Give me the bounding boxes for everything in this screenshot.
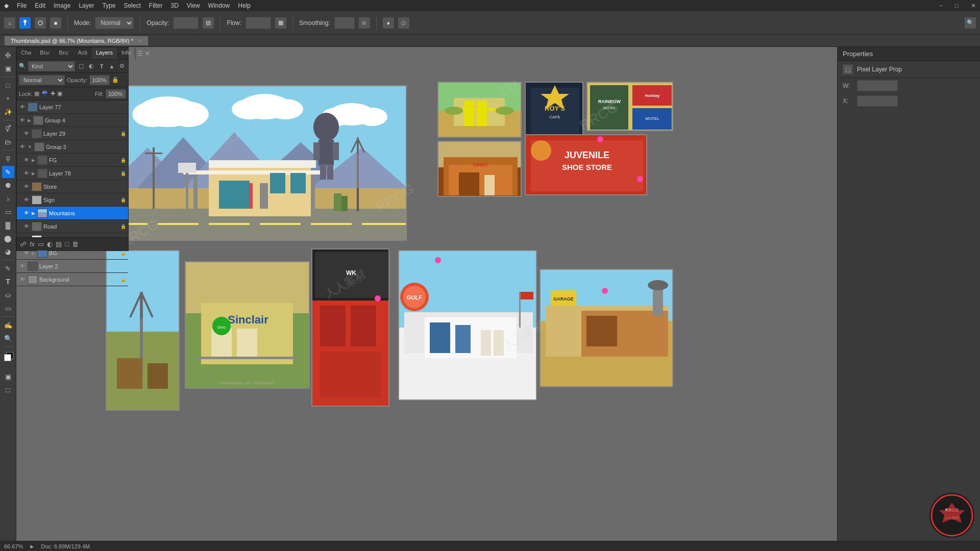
type-tool[interactable]: T (2, 276, 14, 288)
smoothing-input[interactable]: 0% (334, 17, 355, 29)
home-button[interactable]: ⌂ (4, 17, 15, 29)
zoom-tool[interactable]: 🔍 (2, 332, 14, 344)
menu-3d[interactable]: 3D (170, 2, 178, 9)
layer-item-group3[interactable]: 👁 ▼ Group 3 (17, 140, 128, 154)
screen-mode-icon[interactable]: □ (2, 384, 14, 396)
eyedropper-tool[interactable]: 🗁 (2, 136, 14, 148)
visibility-icon-group4[interactable]: 👁 (19, 117, 26, 124)
layer-item-29[interactable]: 👁 Layer 29 🔒 (17, 127, 128, 140)
hand-tool[interactable]: ✍ (2, 319, 14, 331)
photo-thumb-4[interactable]: DINER (437, 141, 522, 197)
visibility-icon-29[interactable]: 👁 (23, 130, 30, 137)
search-icon[interactable]: 🔍 (965, 17, 976, 29)
layers-panel-menu-icon[interactable]: ☰ (137, 50, 143, 57)
brushes-tab-2[interactable]: Bru: (55, 47, 74, 59)
fg-expand-icon[interactable]: ▶ (32, 158, 35, 163)
move-tool[interactable]: ✠ (2, 49, 14, 61)
layer-item-78[interactable]: 👁 ▶ Layer 78 🔒 (17, 167, 128, 180)
layer-item-sign[interactable]: 👁 Sign 🔒 (17, 193, 128, 207)
filter-shape-icon[interactable]: ▲ (108, 62, 116, 70)
photo-thumb-3[interactable]: RAINBOW MOTEL Holiday MOTEL (586, 82, 673, 131)
fill-input[interactable] (106, 89, 126, 98)
visibility-icon-78[interactable]: 👁 (23, 170, 30, 177)
group4-expand-icon[interactable]: ▶ (28, 118, 31, 123)
layer-item-fg[interactable]: 👁 ▶ FG 🔒 (17, 154, 128, 167)
path-tool[interactable]: ⛀ (2, 289, 14, 301)
menu-file[interactable]: File (17, 2, 27, 9)
brushes-tab-1[interactable]: Bru: (36, 47, 55, 59)
foreground-color[interactable] (2, 349, 14, 361)
visibility-icon-group3[interactable]: 👁 (19, 143, 26, 151)
menu-layer[interactable]: Layer (79, 2, 94, 9)
opacity-input-layers[interactable] (89, 75, 110, 85)
new-layer-icon[interactable]: □ (65, 240, 69, 248)
layers-panel-close-icon[interactable]: ✕ (145, 50, 150, 57)
photo-thumb-1[interactable] (437, 82, 522, 138)
document-tab[interactable]: Thumbnails.psd @ 66.7% (Mountains, RGB/8… (4, 36, 149, 45)
gradient-tool[interactable]: ▓ (2, 219, 14, 231)
layer-item-background[interactable]: 👁 Background 🔒 (17, 273, 128, 286)
flow-input[interactable]: 100% (246, 17, 271, 29)
visibility-icon-sign[interactable]: 👁 (23, 196, 30, 204)
menu-help[interactable]: Help (238, 2, 251, 9)
layer-item-2[interactable]: 👁 Layer 2 (17, 260, 128, 273)
group3-expand-icon[interactable]: ▼ (28, 144, 32, 149)
mountains-expand-icon[interactable]: ▶ (32, 211, 35, 216)
shape-tool[interactable]: ▭ (2, 302, 14, 314)
opacity-input[interactable]: 100% (173, 17, 199, 29)
opacity-toggle-icon[interactable]: ▤ (203, 17, 214, 29)
w-input[interactable]: 14.29 in (857, 80, 898, 91)
x-input[interactable]: 1.76 in (857, 95, 898, 107)
visibility-icon-fg[interactable]: 👁 (23, 157, 30, 164)
78-expand-icon[interactable]: ▶ (32, 171, 35, 176)
adjustment-icon[interactable]: ◐ (47, 240, 53, 248)
menu-image[interactable]: Image (54, 2, 70, 9)
visibility-icon-road[interactable]: 👁 (23, 223, 30, 230)
lasso-tool[interactable]: ⚬ (2, 92, 14, 105)
eraser-tool[interactable]: ▭ (2, 206, 14, 218)
visibility-icon-background[interactable]: 👁 (19, 276, 26, 283)
menu-type[interactable]: Type (102, 2, 115, 9)
group-icon[interactable]: ▤ (56, 240, 62, 248)
restore-button[interactable]: □ (955, 2, 959, 9)
minimize-button[interactable]: − (939, 2, 943, 9)
layer-item-77[interactable]: 👁 Layer 77 (17, 101, 128, 114)
layers-tab[interactable]: Layers (92, 47, 117, 59)
lock-pixels-icon[interactable]: ☔ (41, 90, 48, 97)
close-button[interactable]: ✕ (971, 2, 976, 9)
symmetry-icon[interactable]: ♦ (383, 17, 394, 29)
photo-thumb-garage[interactable]: GARAGE (540, 269, 673, 387)
delete-layer-icon[interactable]: 🗑 (72, 240, 79, 248)
dodge-tool[interactable]: ◕ (2, 245, 14, 258)
fx-icon[interactable]: fx (30, 240, 35, 248)
add-mask-icon[interactable]: ▭ (38, 240, 44, 248)
opacity-lock-icon[interactable]: 🔒 (112, 77, 119, 83)
filter-kind-select[interactable]: Kind (28, 61, 75, 71)
stamp-tool[interactable]: ⚈ (2, 179, 14, 191)
visibility-icon-store[interactable]: 👁 (23, 183, 30, 190)
menu-view[interactable]: View (187, 2, 200, 9)
photo-thumb-gulf[interactable]: GULF (398, 250, 537, 400)
lock-position-icon[interactable]: ✚ (51, 90, 55, 97)
tab-close-icon[interactable]: ✕ (138, 38, 142, 44)
channels-tab[interactable]: Cha (17, 47, 36, 59)
layer-item-mountains[interactable]: 👁 ▶ Mountains (17, 207, 128, 220)
photo-thumb-diner[interactable]: WK (311, 248, 389, 407)
lock-artboard-icon[interactable]: ▣ (57, 90, 62, 97)
visibility-icon-mountains[interactable]: 👁 (23, 210, 30, 217)
visibility-icon-77[interactable]: 👁 (19, 104, 26, 111)
brush-tool-icon[interactable] (19, 17, 31, 29)
menu-ps[interactable]: ◆ (4, 2, 9, 9)
filter-adjust-icon[interactable]: ◐ (87, 62, 95, 70)
heal-tool[interactable]: ⚲ (2, 153, 14, 165)
bg-expand-icon[interactable]: ▶ (32, 251, 35, 256)
photo-thumb-5[interactable]: JUVENILE SHOE STORE (525, 134, 647, 195)
menu-window[interactable]: Window (208, 2, 230, 9)
layer-item-road[interactable]: 👁 Road 🔒 (17, 220, 128, 233)
filter-smart-icon[interactable]: ⚙ (118, 62, 126, 70)
layer-item-store[interactable]: 👁 Store (17, 180, 128, 193)
photo-thumb-sinclair[interactable]: Sinclair Dino shutterstock.com · 2291400… (185, 261, 310, 389)
brush-hardness-icon[interactable]: ■ (50, 17, 61, 29)
brush-size-icon[interactable] (35, 17, 46, 29)
menu-filter[interactable]: Filter (149, 2, 163, 9)
